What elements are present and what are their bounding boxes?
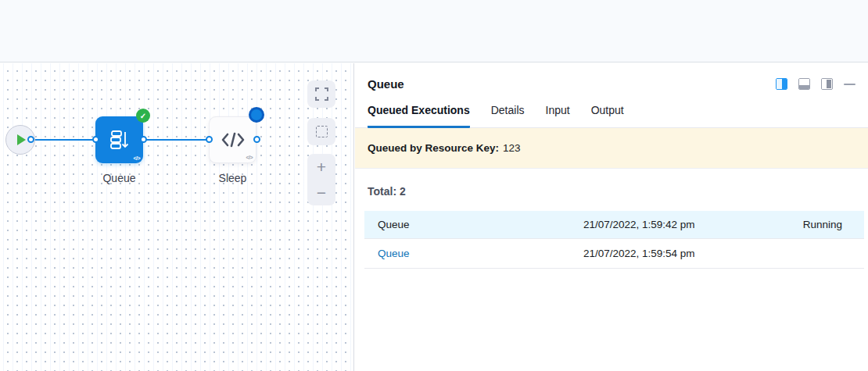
sleep-input-port[interactable]: [206, 136, 213, 143]
executions-table: Queue 21/07/2022, 1:59:42 pm Running Que…: [364, 211, 864, 269]
zoom-out-button[interactable]: −: [317, 185, 326, 201]
code-indicator-icon: </>: [246, 155, 253, 160]
dock-right-active-icon[interactable]: [776, 78, 787, 90]
code-indicator-icon: </>: [133, 155, 140, 161]
execution-timestamp: 21/07/2022, 1:59:54 pm: [583, 248, 755, 259]
panel-window-controls: [776, 78, 855, 90]
selection-box-icon: [316, 126, 328, 137]
dock-bottom-icon[interactable]: [798, 78, 810, 90]
queue-node[interactable]: </>: [95, 116, 143, 163]
workflow-canvas[interactable]: </> ✓ Queue </> Sleep + −: [0, 63, 354, 371]
connection-start-to-queue: [31, 139, 95, 141]
code-brackets-icon: [221, 130, 246, 150]
start-output-port[interactable]: [27, 136, 34, 143]
execution-name: Queue: [364, 219, 583, 230]
execution-timestamp: 21/07/2022, 1:59:42 pm: [583, 219, 755, 230]
panel-tabs: Queued Executions Details Input Output: [355, 104, 868, 128]
minimize-panel-icon[interactable]: [844, 84, 855, 85]
fit-view-button[interactable]: [307, 80, 335, 108]
selection-tool-button[interactable]: [307, 118, 335, 145]
zoom-controls[interactable]: + −: [307, 154, 335, 205]
total-count-label: Total: 2: [368, 185, 864, 198]
success-check-icon: ✓: [136, 109, 150, 123]
play-icon: [17, 134, 26, 145]
tab-details[interactable]: Details: [491, 104, 525, 127]
panel-header: Queue: [355, 63, 868, 91]
sleep-output-port[interactable]: [253, 136, 260, 143]
execution-status: Running: [755, 219, 864, 230]
sleep-node[interactable]: </>: [209, 116, 256, 163]
panel-title: Queue: [368, 77, 404, 91]
connection-queue-to-sleep: [143, 139, 209, 141]
queue-output-port[interactable]: [140, 136, 147, 143]
tab-output[interactable]: Output: [591, 104, 624, 127]
zoom-in-button[interactable]: +: [317, 159, 326, 175]
node-details-panel: Queue Queued Executions Details Input Ou…: [355, 63, 868, 371]
execution-row[interactable]: Queue 21/07/2022, 1:59:42 pm Running: [364, 211, 864, 239]
top-bar: [0, 0, 868, 62]
fit-view-icon: [315, 87, 328, 101]
execution-name-link[interactable]: Queue: [364, 248, 583, 259]
resource-key-banner: Queued by Resource Key: 123: [355, 128, 868, 169]
banner-value: 123: [503, 142, 521, 154]
banner-label: Queued by Resource Key:: [368, 142, 499, 154]
dock-side-icon[interactable]: [821, 78, 833, 90]
sleep-node-label: Sleep: [209, 172, 256, 184]
tab-queued-executions[interactable]: Queued Executions: [368, 104, 470, 128]
execution-row[interactable]: Queue 21/07/2022, 1:59:54 pm: [364, 239, 864, 269]
queue-icon: [108, 128, 131, 152]
queue-node-label: Queue: [95, 172, 143, 184]
executions-content: Total: 2 Queue 21/07/2022, 1:59:42 pm Ru…: [355, 169, 868, 269]
queue-input-port[interactable]: [92, 136, 99, 143]
running-spinner-icon: [249, 107, 264, 123]
tab-input[interactable]: Input: [546, 104, 570, 127]
